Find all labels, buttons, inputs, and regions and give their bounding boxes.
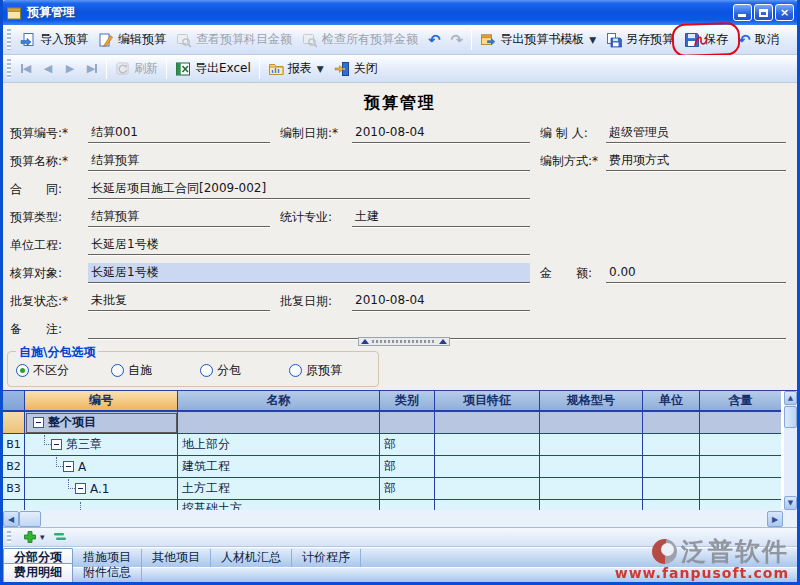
- cell-unit[interactable]: [643, 412, 700, 434]
- grid-row-clipped[interactable]: 挖基础土方: [3, 500, 784, 510]
- scroll-right-button[interactable]: ▶: [767, 511, 783, 527]
- maximize-button[interactable]: [754, 4, 773, 21]
- row-indicator[interactable]: B1: [3, 434, 25, 456]
- redo-button[interactable]: ↷: [446, 31, 469, 49]
- cell-feature[interactable]: [435, 434, 540, 456]
- amount-field[interactable]: 0.00: [606, 263, 786, 283]
- collapse-splitter[interactable]: [358, 337, 450, 346]
- row-indicator[interactable]: B3: [3, 478, 25, 500]
- cell-code[interactable]: 第三章: [25, 434, 178, 456]
- cell-category[interactable]: [380, 500, 435, 510]
- cell-feature[interactable]: [435, 500, 540, 510]
- toolbar-grip[interactable]: [7, 531, 11, 544]
- toolbar-grip[interactable]: [7, 59, 11, 78]
- row-indicator[interactable]: B2: [3, 456, 25, 478]
- cell-name[interactable]: [178, 412, 380, 434]
- grid-corner-cell[interactable]: [3, 391, 25, 412]
- cell-code[interactable]: [25, 500, 178, 510]
- nav-last-button[interactable]: ▶: [81, 59, 103, 79]
- cell-quantity[interactable]: [700, 500, 781, 510]
- account-object-field[interactable]: 长延居1号楼: [88, 263, 530, 283]
- cell-unit[interactable]: [643, 478, 700, 500]
- cell-feature[interactable]: [435, 412, 540, 434]
- budget-type-field[interactable]: 结算预算: [88, 207, 270, 227]
- undo-button[interactable]: ↶: [423, 31, 446, 49]
- tab-other-items[interactable]: 其他项目: [142, 549, 211, 567]
- import-budget-button[interactable]: 导入预算: [15, 28, 93, 51]
- column-header-spec[interactable]: 规格型号: [540, 391, 643, 412]
- cell-spec[interactable]: [540, 478, 643, 500]
- scroll-left-button[interactable]: ◀: [3, 511, 19, 527]
- cell-category[interactable]: 部: [380, 434, 435, 456]
- refresh-button[interactable]: 刷新: [110, 57, 163, 80]
- cell-spec[interactable]: [540, 412, 643, 434]
- cell-unit[interactable]: [643, 500, 700, 510]
- tab-cost-detail[interactable]: 费用明细: [3, 563, 73, 582]
- tab-labor-material-summary[interactable]: 人材机汇总: [211, 549, 292, 567]
- radio-original-budget[interactable]: 原预算: [289, 362, 342, 379]
- collapse-minus-icon[interactable]: [51, 439, 62, 450]
- cell-code[interactable]: A: [25, 456, 178, 478]
- column-header-category[interactable]: 类别: [380, 391, 435, 412]
- compile-method-field[interactable]: 费用项方式: [606, 151, 786, 171]
- cell-code[interactable]: A.1: [25, 478, 178, 500]
- scroll-track[interactable]: [784, 429, 797, 496]
- cell-category[interactable]: 部: [380, 456, 435, 478]
- tab-attachment-info[interactable]: 附件信息: [73, 564, 142, 582]
- cell-spec[interactable]: [540, 500, 643, 510]
- cell-spec[interactable]: [540, 434, 643, 456]
- cell-quantity[interactable]: [700, 456, 781, 478]
- scroll-up-button[interactable]: ▲: [784, 391, 797, 405]
- cell-spec[interactable]: [540, 456, 643, 478]
- nav-next-button[interactable]: ▶: [59, 59, 81, 79]
- nav-prev-button[interactable]: ◀: [37, 59, 59, 79]
- radio-self-build[interactable]: 自施: [111, 362, 152, 379]
- cell-quantity[interactable]: [700, 412, 781, 434]
- toolbar-grip[interactable]: [7, 29, 11, 49]
- cell-name[interactable]: 土方工程: [178, 478, 380, 500]
- compiler-field[interactable]: 超级管理员: [606, 123, 786, 143]
- column-header-quantity[interactable]: 含量: [700, 391, 781, 412]
- approval-date-field[interactable]: 2010-08-04: [352, 291, 530, 311]
- unit-project-field[interactable]: 长延居1号楼: [88, 235, 530, 255]
- report-button[interactable]: 报表 ▼: [263, 57, 329, 80]
- radio-subcontract[interactable]: 分包: [200, 362, 241, 379]
- cell-unit[interactable]: [643, 434, 700, 456]
- cell-category[interactable]: [380, 412, 435, 434]
- export-template-button[interactable]: 导出预算书模板 ▼: [475, 28, 601, 51]
- cell-name[interactable]: 挖基础土方: [178, 500, 380, 510]
- save-button[interactable]: 保存: [679, 28, 733, 51]
- close-button[interactable]: ×: [775, 4, 794, 21]
- close-form-button[interactable]: 关闭: [329, 57, 383, 80]
- view-subject-amount-button[interactable]: 查看预算科目金额: [171, 28, 297, 51]
- vertical-scrollbar[interactable]: ▲ ▼: [784, 391, 797, 510]
- remove-row-button[interactable]: [53, 529, 67, 546]
- contract-field[interactable]: 长延居项目施工合同[2009-002]: [88, 179, 530, 199]
- row-indicator[interactable]: [3, 412, 25, 434]
- remark-field[interactable]: [88, 319, 786, 339]
- edit-budget-button[interactable]: 编辑预算: [93, 28, 171, 51]
- column-header-name[interactable]: 名称: [178, 391, 380, 412]
- collapse-minus-icon[interactable]: [75, 483, 86, 494]
- add-row-button[interactable]: ▾: [23, 530, 45, 544]
- grid-row-b1[interactable]: B1 第三章 地上部分 部: [3, 434, 784, 456]
- grid-row-b3[interactable]: B3 A.1 土方工程 部: [3, 478, 784, 500]
- cell-feature[interactable]: [435, 478, 540, 500]
- save-as-budget-button[interactable]: 另存预算: [601, 28, 679, 51]
- budget-no-field[interactable]: 结算001: [88, 123, 270, 143]
- cell-feature[interactable]: [435, 456, 540, 478]
- stat-major-field[interactable]: 土建: [352, 207, 530, 227]
- check-all-amount-button[interactable]: 检查所有预算金额: [297, 28, 423, 51]
- cancel-button[interactable]: ↶ 取消: [733, 28, 784, 51]
- cell-name[interactable]: 建筑工程: [178, 456, 380, 478]
- column-header-code[interactable]: 编号: [25, 391, 178, 412]
- budget-name-field[interactable]: 结算预算: [88, 151, 530, 171]
- compile-date-field[interactable]: 2010-08-04: [352, 123, 530, 143]
- cell-code[interactable]: 整个项目: [25, 412, 178, 434]
- collapse-minus-icon[interactable]: [33, 417, 44, 428]
- grid-row-b2[interactable]: B2 A 建筑工程 部: [3, 456, 784, 478]
- approval-status-field[interactable]: 未批复: [88, 291, 270, 311]
- row-indicator[interactable]: [3, 500, 25, 510]
- cell-category[interactable]: 部: [380, 478, 435, 500]
- scroll-thumb[interactable]: [784, 406, 797, 428]
